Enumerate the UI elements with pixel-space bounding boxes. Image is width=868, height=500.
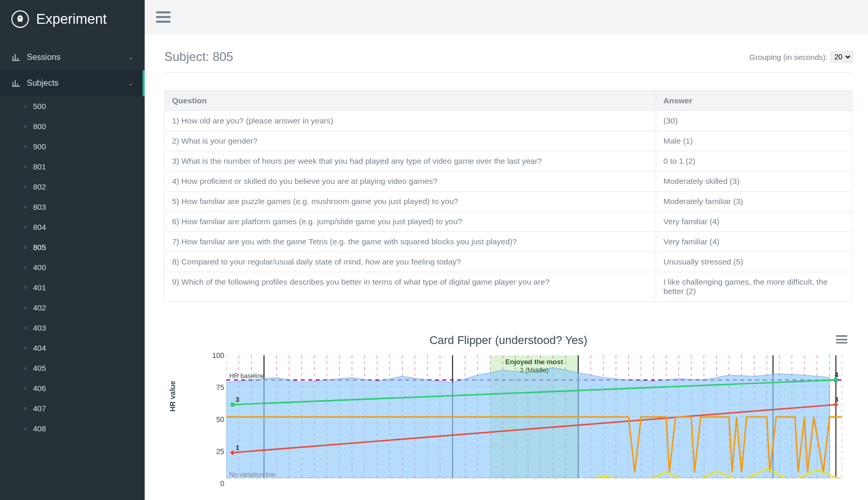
sidebar-subject-405[interactable]: 405 — [8, 358, 145, 378]
table-row: 5) How familiar are puzzle games (e.g. m… — [165, 192, 853, 212]
sidebar-subject-900[interactable]: 900 — [8, 136, 145, 157]
answer-cell: Moderately familiar (3) — [656, 192, 853, 212]
svg-text:No variation line: No variation line — [229, 471, 276, 478]
answer-cell: Very familiar (4) — [656, 232, 853, 252]
nav: Sessions ⌄ Subjects ⌄ 500800900801802803… — [0, 39, 145, 439]
svg-text:1: 1 — [236, 444, 239, 451]
svg-text:3 (Middle): 3 (Middle) — [520, 367, 549, 374]
sidebar-subject-802[interactable]: 802 — [8, 177, 145, 197]
table-row: 3) What is the number of hours per week … — [165, 151, 853, 171]
chart-plot: 3143HR baselineNo variation lineEnjoyed … — [226, 355, 842, 478]
sidebar-subject-407[interactable]: 407 — [8, 398, 145, 418]
table-row: 2) What is your gender?Male (1) — [165, 131, 853, 151]
answer-cell: Unusually stressed (5) — [656, 252, 853, 272]
chart-menu-icon[interactable] — [836, 334, 847, 345]
table-row: 8) Compared to your regular/usual daily … — [165, 252, 853, 272]
nav-subjects[interactable]: Subjects ⌄ — [0, 70, 145, 96]
question-cell: 2) What is your gender? — [165, 131, 656, 151]
ytick: 0 — [195, 479, 224, 488]
sidebar: Experiment Sessions ⌄ Subjects ⌄ 5008009… — [0, 0, 145, 500]
subjects-list: 5008009008018028038048054004014024034044… — [0, 96, 145, 439]
col-answer: Answer — [656, 91, 853, 111]
question-cell: 5) How familiar are puzzle games (e.g. m… — [165, 192, 656, 212]
chart-title: Card Flipper (understood? Yes) — [164, 334, 853, 347]
sidebar-subject-801[interactable]: 801 — [8, 157, 145, 177]
nav-subjects-label: Subjects — [27, 79, 58, 88]
answer-cell: I like challenging games, the more diffi… — [656, 272, 853, 302]
sidebar-subject-403[interactable]: 403 — [8, 318, 145, 338]
bar-chart-icon — [11, 53, 21, 62]
menu-toggle[interactable] — [156, 11, 171, 23]
rocket-icon — [11, 10, 29, 28]
grouping-label: Grouping (in seconds): — [749, 53, 828, 61]
answer-cell: Very familiar (4) — [656, 212, 853, 232]
ytick: 100 — [195, 351, 224, 360]
chart: Card Flipper (understood? Yes) HR value … — [164, 334, 853, 499]
grouping-control: Grouping (in seconds): 20 — [749, 51, 853, 62]
svg-text:3: 3 — [835, 396, 839, 403]
question-cell: 3) What is the number of hours per week … — [165, 151, 656, 171]
col-question: Question — [165, 91, 656, 111]
chart-ylabel: HR value — [168, 381, 177, 412]
chart-body: HR value 0255075100 3143HR baselineNo va… — [195, 355, 842, 499]
page-title: Subject: 805 — [164, 50, 233, 64]
svg-text:4: 4 — [835, 371, 839, 379]
sidebar-subject-400[interactable]: 400 — [8, 257, 145, 277]
chevron-down-icon: ⌄ — [128, 54, 133, 61]
sidebar-subject-805[interactable]: 805 — [8, 237, 145, 257]
sidebar-subject-803[interactable]: 803 — [8, 197, 145, 217]
grouping-select[interactable]: 20 — [831, 51, 853, 62]
svg-text:3: 3 — [236, 396, 239, 403]
brand-title: Experiment — [36, 11, 107, 27]
svg-rect-61 — [230, 403, 235, 407]
answer-cell: 0 to 1 (2) — [656, 151, 853, 171]
question-cell: 8) Compared to your regular/usual daily … — [165, 252, 656, 272]
question-cell: 7) How familiar are you with the game Te… — [165, 232, 656, 252]
page-header: Subject: 805 Grouping (in seconds): 20 — [164, 50, 853, 73]
table-row: 9) Which of the following profiles descr… — [165, 272, 853, 302]
question-cell: 6) How familiar are platform games (e.g.… — [165, 212, 656, 232]
sidebar-subject-800[interactable]: 800 — [8, 116, 145, 136]
bar-chart-icon — [11, 79, 21, 88]
answer-cell: Male (1) — [656, 131, 853, 151]
qa-table: Question Answer 1) How old are you? (ple… — [164, 90, 853, 302]
svg-text:HR baseline: HR baseline — [229, 372, 265, 380]
main: Subject: 805 Grouping (in seconds): 20 Q… — [145, 0, 868, 500]
ytick: 50 — [195, 415, 224, 424]
sidebar-subject-401[interactable]: 401 — [8, 277, 145, 298]
svg-rect-62 — [834, 378, 838, 382]
question-cell: 9) Which of the following profiles descr… — [165, 272, 656, 302]
sidebar-subject-500[interactable]: 500 — [8, 96, 145, 116]
table-row: 1) How old are you? (please answer in ye… — [165, 111, 853, 131]
answer-cell: (30) — [656, 111, 853, 131]
chevron-down-icon: ⌄ — [128, 80, 133, 87]
question-cell: 4) How proficient or skilled do you beli… — [165, 171, 656, 192]
ytick: 75 — [195, 383, 224, 392]
answer-cell: Moderately skilled (3) — [656, 171, 853, 192]
table-row: 4) How proficient or skilled do you beli… — [165, 171, 853, 192]
sidebar-subject-406[interactable]: 406 — [8, 378, 145, 398]
ytick: 25 — [195, 447, 224, 456]
table-header-row: Question Answer — [165, 91, 853, 111]
nav-sessions-label: Sessions — [27, 53, 60, 62]
sidebar-subject-404[interactable]: 404 — [8, 338, 145, 358]
nav-sessions[interactable]: Sessions ⌄ — [0, 44, 145, 70]
sidebar-subject-402[interactable]: 402 — [8, 298, 145, 318]
topbar — [145, 0, 868, 34]
brand: Experiment — [0, 0, 145, 39]
sidebar-subject-408[interactable]: 408 — [8, 418, 145, 439]
content: Subject: 805 Grouping (in seconds): 20 Q… — [145, 34, 868, 500]
table-row: 6) How familiar are platform games (e.g.… — [165, 212, 853, 232]
svg-text:Enjoyed the most: Enjoyed the most — [505, 358, 564, 366]
question-cell: 1) How old are you? (please answer in ye… — [165, 111, 656, 131]
sidebar-subject-804[interactable]: 804 — [8, 217, 145, 237]
table-row: 7) How familiar are you with the game Te… — [165, 232, 853, 252]
